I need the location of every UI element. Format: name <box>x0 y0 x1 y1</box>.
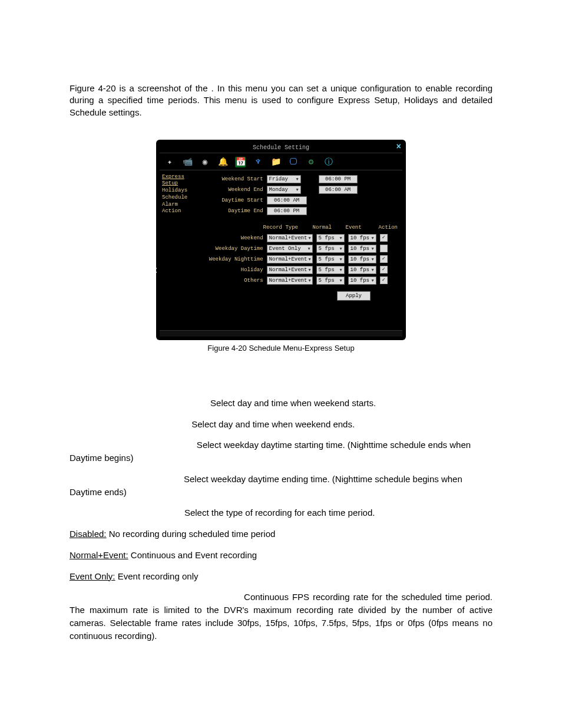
weekend-start-time[interactable]: 06:00 PM <box>319 175 358 183</box>
label-daytime-end: Daytime End <box>197 208 263 214</box>
grid-row: Weekday Nighttime Normal+Event▼ 5 fps▼ 1… <box>197 254 398 265</box>
weekend-end-day-select[interactable]: Monday▼ <box>267 186 301 194</box>
cursor-icon: ➤ <box>151 265 158 275</box>
label-daytime-start: Daytime Start <box>197 197 263 203</box>
window-titlebar: Schedule Setting × <box>160 143 402 153</box>
folder-icon[interactable]: 📁 <box>270 157 281 167</box>
monitor-icon[interactable]: 🖵 <box>288 157 299 167</box>
close-icon[interactable]: × <box>396 142 401 151</box>
record-type-select[interactable]: Normal+Event▼ <box>267 234 313 242</box>
record-type-select[interactable]: Event Only▼ <box>267 245 313 253</box>
weekend-start-day-select[interactable]: Friday▼ <box>267 175 301 183</box>
sidebar-item-alarm-action[interactable]: Alarm Action <box>162 202 193 215</box>
def-text: No recording during scheduled time perio… <box>107 529 276 539</box>
chevron-down-icon: ▼ <box>296 177 298 182</box>
camera-icon[interactable]: 📹 <box>182 157 193 167</box>
normal-fps-select[interactable]: 5 fps▼ <box>316 266 345 274</box>
calendar-icon[interactable]: 📅 <box>235 157 246 167</box>
grid-row: Weekend Normal+Event▼ 5 fps▼ 10 fps▼ ✓ <box>197 233 398 243</box>
grid-row: Others Normal+Event▼ 5 fps▼ 10 fps▼ ✓ <box>197 275 398 286</box>
gear-icon[interactable]: ⚙ <box>306 157 316 167</box>
def-text: Continuous FPS recording rate for the sc… <box>70 592 492 640</box>
sidebar-item-schedule[interactable]: Schedule <box>162 195 193 202</box>
record-type-select[interactable]: Normal+Event▼ <box>267 266 313 274</box>
intro-part1: Figure 4-20 is a screenshot of the <box>70 83 211 93</box>
def-text: Select weekday daytime ending time. (Nig… <box>70 474 462 497</box>
header-record-type: Record Type <box>263 225 313 230</box>
sidebar: Express Setup Holidays Schedule Alarm Ac… <box>160 170 195 327</box>
record-type-select[interactable]: Normal+Event▼ <box>267 255 313 263</box>
def-text: Select day and time when weekend starts. <box>208 398 376 408</box>
def-label: Event Only: <box>70 571 115 581</box>
action-checkbox[interactable]: ✓ <box>380 276 388 284</box>
toolbar: ✦ 📹 ◉ 🔔 📅 ♆ 📁 🖵 ⚙ ⓘ <box>160 153 402 170</box>
sidebar-item-express-setup[interactable]: Express Setup <box>162 174 193 187</box>
action-checkbox[interactable]: ✓ <box>380 266 388 274</box>
header-normal: Normal <box>313 225 346 230</box>
grid-row: Holiday Normal+Event▼ 5 fps▼ 10 fps▼ ✓ <box>197 265 398 275</box>
event-fps-select[interactable]: 10 fps▼ <box>348 255 376 263</box>
action-checkbox[interactable]: ✓ <box>380 255 388 263</box>
chevron-down-icon: ▼ <box>296 187 298 192</box>
def-text: Event recording only <box>115 571 199 581</box>
bell-icon[interactable]: 🔔 <box>217 157 228 167</box>
action-checkbox[interactable] <box>380 245 388 252</box>
definitions: Weekend Start: Select day and time when … <box>70 397 492 643</box>
action-checkbox[interactable]: ✓ <box>380 234 388 242</box>
daytime-start-time[interactable]: 06:00 AM <box>267 196 307 205</box>
grid-headers: Record Type Normal Event Action <box>197 222 398 233</box>
def-text: Select day and time when weekend ends. <box>189 419 355 429</box>
window-title: Schedule Setting <box>253 144 309 151</box>
header-event: Event <box>346 225 379 230</box>
grid-row: Weekday Daytime Event Only▼ 5 fps▼ 10 fp… <box>197 243 398 254</box>
normal-fps-select[interactable]: 5 fps▼ <box>316 255 345 263</box>
schedule-setting-screenshot: Schedule Setting × ✦ 📹 ◉ 🔔 📅 ♆ 📁 🖵 ⚙ ⓘ E… <box>156 140 406 340</box>
statusbar <box>160 330 402 337</box>
def-text: Select the type of recording for each ti… <box>182 508 375 518</box>
normal-fps-select[interactable]: 5 fps▼ <box>316 276 345 285</box>
event-fps-select[interactable]: 10 fps▼ <box>348 245 376 253</box>
weekend-end-time[interactable]: 06:00 AM <box>319 186 358 194</box>
label-weekend-end: Weekend End <box>197 187 263 193</box>
event-fps-select[interactable]: 10 fps▼ <box>348 276 376 285</box>
daytime-end-time[interactable]: 06:00 PM <box>267 207 307 215</box>
sidebar-item-holidays[interactable]: Holidays <box>162 187 193 195</box>
apply-button[interactable]: Apply <box>337 291 371 301</box>
label-weekend-start: Weekend Start <box>197 176 263 182</box>
network-icon[interactable]: ♆ <box>253 157 263 167</box>
def-text: Select weekday daytime starting time. (N… <box>70 440 471 463</box>
figure-caption: Figure 4-20 Schedule Menu-Express Setup <box>156 344 406 353</box>
def-text: Continuous and Event recording <box>128 550 257 560</box>
def-label: Normal+Event: <box>70 550 128 560</box>
event-fps-select[interactable]: 10 fps▼ <box>348 266 376 274</box>
wand-icon[interactable]: ✦ <box>164 157 175 167</box>
intro-paragraph: Figure 4-20 is a screenshot of the . In … <box>70 83 492 118</box>
normal-fps-select[interactable]: 5 fps▼ <box>316 234 345 242</box>
event-fps-select[interactable]: 10 fps▼ <box>348 234 376 242</box>
record-type-select[interactable]: Normal+Event▼ <box>267 276 313 285</box>
settings-panel: Weekend Start Friday▼ 06:00 PM Weekend E… <box>195 170 402 327</box>
header-action: Action <box>379 225 398 230</box>
info-icon[interactable]: ⓘ <box>323 157 334 167</box>
disc-icon[interactable]: ◉ <box>200 157 210 167</box>
normal-fps-select[interactable]: 5 fps▼ <box>316 245 345 253</box>
def-label: Disabled: <box>70 529 107 539</box>
